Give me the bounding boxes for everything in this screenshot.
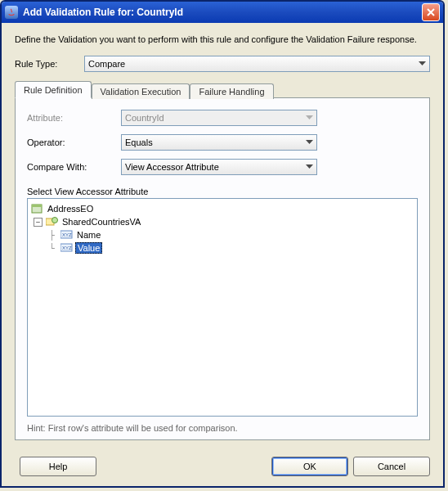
attribute-value: CountryId xyxy=(125,113,164,123)
attribute-icon: XYZ xyxy=(60,229,74,241)
chevron-down-icon xyxy=(419,61,426,66)
entity-object-icon xyxy=(31,203,44,214)
help-button-label: Help xyxy=(49,462,68,471)
tree-node-va-label: SharedCountriesVA xyxy=(60,217,142,227)
window-title: Add Validation Rule for: CountryId xyxy=(23,7,422,18)
operator-row: Operator: Equals xyxy=(27,134,418,151)
tab-rule-definition[interactable]: Rule Definition xyxy=(15,81,92,98)
cancel-button-label: Cancel xyxy=(378,462,405,471)
help-button[interactable]: Help xyxy=(20,457,96,476)
ok-button[interactable]: OK xyxy=(271,457,348,476)
attribute-dropdown: CountryId xyxy=(121,110,317,126)
hint-text: Hint: First row's attribute will be used… xyxy=(27,423,418,433)
chevron-down-icon xyxy=(306,140,313,145)
tree-node-attr-value[interactable]: └ XYZ Value xyxy=(31,241,414,255)
svg-rect-1 xyxy=(32,205,42,207)
tree-connector-icon: ├ xyxy=(49,230,60,241)
tab-failure-handling-label: Failure Handling xyxy=(199,87,264,97)
tab-failure-handling[interactable]: Failure Handling xyxy=(190,83,273,99)
tree-node-attr-name-label: Name xyxy=(75,230,102,240)
tab-rule-definition-label: Rule Definition xyxy=(24,85,83,95)
dialog-body: Define the Validation you want to perfor… xyxy=(2,23,443,448)
chevron-down-icon xyxy=(306,164,313,169)
attribute-row: Attribute: CountryId xyxy=(27,110,418,126)
rule-type-dropdown[interactable]: Compare xyxy=(84,56,430,72)
java-app-icon xyxy=(5,6,18,19)
tree-node-root[interactable]: AddressEO xyxy=(31,202,414,215)
chevron-down-icon xyxy=(306,115,313,120)
rule-type-label: Rule Type: xyxy=(15,59,84,69)
intro-text: Define the Validation you want to perfor… xyxy=(15,34,430,44)
svg-point-3 xyxy=(52,218,58,223)
operator-label: Operator: xyxy=(27,137,121,147)
attribute-label: Attribute: xyxy=(27,113,121,123)
collapse-toggle[interactable]: − xyxy=(34,218,43,227)
accessor-tree[interactable]: AddressEO − SharedCountriesVA ├ XYZ xyxy=(27,198,418,417)
tree-node-va[interactable]: − SharedCountriesVA xyxy=(31,215,414,228)
tree-node-root-label: AddressEO xyxy=(46,204,95,214)
compare-with-value: View Accessor Attribute xyxy=(125,162,219,172)
operator-dropdown[interactable]: Equals xyxy=(121,134,317,151)
view-accessor-icon xyxy=(46,216,59,227)
tree-heading: Select View Accessor Attribute xyxy=(27,187,418,196)
rule-type-value: Compare xyxy=(88,59,125,69)
ok-button-label: OK xyxy=(303,462,316,471)
attribute-icon: XYZ xyxy=(60,242,74,254)
compare-with-label: Compare With: xyxy=(27,162,121,172)
cancel-button[interactable]: Cancel xyxy=(353,457,430,476)
dialog-footer: Help OK Cancel xyxy=(2,448,443,486)
tab-panel-rule-definition: Attribute: CountryId Operator: Equals xyxy=(15,97,430,440)
compare-with-row: Compare With: View Accessor Attribute xyxy=(27,159,418,175)
close-button[interactable] xyxy=(422,3,440,21)
dialog-window: Add Validation Rule for: CountryId Defin… xyxy=(0,0,445,488)
tab-validation-execution-label: Validation Execution xyxy=(101,87,181,97)
svg-text:XYZ: XYZ xyxy=(62,232,72,237)
tab-validation-execution[interactable]: Validation Execution xyxy=(92,83,190,99)
operator-value: Equals xyxy=(125,137,153,147)
tree-node-attr-value-label: Value xyxy=(75,242,102,254)
title-bar[interactable]: Add Validation Rule for: CountryId xyxy=(2,2,443,23)
svg-text:XYZ: XYZ xyxy=(62,246,72,250)
tree-connector-icon: └ xyxy=(49,243,60,254)
tree-node-attr-name[interactable]: ├ XYZ Name xyxy=(31,228,414,241)
rule-type-row: Rule Type: Compare xyxy=(15,56,430,72)
compare-with-dropdown[interactable]: View Accessor Attribute xyxy=(121,159,317,175)
tab-bar: Rule Definition Validation Execution Fai… xyxy=(15,80,430,98)
close-icon xyxy=(427,8,435,16)
